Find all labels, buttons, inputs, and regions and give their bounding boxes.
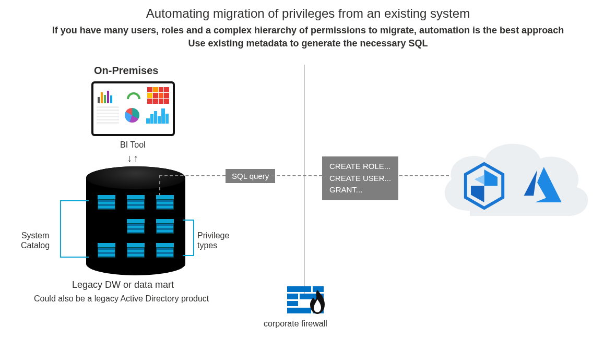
cloud-group	[428, 132, 595, 232]
sql-query-node: SQL query	[226, 169, 275, 183]
azure-logo-icon	[519, 164, 564, 205]
firewall-icon	[282, 286, 329, 315]
connector-privilege-types	[183, 220, 194, 256]
stmt-create-user: CREATE USER...	[329, 173, 391, 185]
bi-tool-dashboard-icon	[91, 81, 175, 136]
firewall-label: corporate firewall	[264, 319, 327, 329]
flow-dash-1	[159, 175, 226, 176]
legacy-dw-label: Legacy DW or data mart	[72, 280, 174, 290]
connector-system-catalog	[60, 200, 89, 258]
page-subtitle-2: Use existing metadata to generate the ne…	[0, 38, 616, 49]
legacy-sub-label: Could also be a legacy Active Directory …	[34, 294, 209, 304]
azure-synapse-icon	[462, 161, 506, 211]
stmt-grant: GRANT...	[329, 184, 391, 196]
on-premises-heading: On-Premises	[94, 65, 158, 77]
privilege-types-label: Privilege types	[197, 230, 229, 250]
diagram-canvas: On-Premises BI Tool ↓↑	[0, 54, 616, 346]
system-catalog-label: System Catalog	[21, 230, 50, 250]
page-subtitle-1: If you have many users, roles and a comp…	[0, 25, 616, 36]
page-title: Automating migration of privileges from …	[0, 0, 616, 21]
bidirectional-arrow-icon: ↓↑	[127, 152, 139, 164]
firewall-divider-line	[304, 65, 305, 299]
flow-dash-2	[271, 175, 322, 176]
stmt-create-role: CREATE ROLE...	[329, 161, 391, 173]
cloud-icon	[428, 132, 595, 232]
database-cylinder-icon	[86, 166, 185, 273]
sql-statements-node: CREATE ROLE... CREATE USER... GRANT...	[322, 156, 398, 200]
flow-dash-vert	[159, 175, 160, 196]
bi-tool-label: BI Tool	[120, 140, 146, 150]
